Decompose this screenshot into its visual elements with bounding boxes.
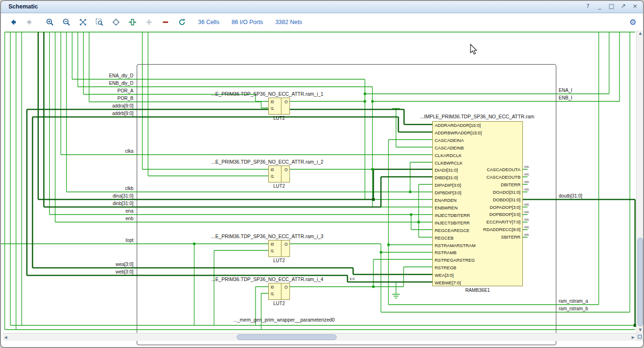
ram-pin[interactable]: RSTREGARSTREG	[435, 257, 520, 264]
port-label[interactable]: POR_A	[76, 88, 133, 94]
ram-title: ...IMPLE_PRIM36.TDP_SP36_NO_ECC_ATTR.ram	[406, 114, 548, 119]
port-label[interactable]: POR_B	[76, 96, 133, 101]
add-button[interactable]	[142, 16, 155, 28]
lut-block[interactable]: I0 I1 O	[268, 283, 290, 300]
cells-count[interactable]: 36 Cells	[198, 19, 219, 25]
ram-pin[interactable]: DBITERR	[435, 181, 520, 189]
float-icon[interactable]: ↗	[620, 2, 627, 9]
vertical-scrollbar[interactable]: ▲ ▼	[636, 30, 644, 333]
ram-pin[interactable]: WEA[3:0]	[435, 272, 520, 279]
refresh-button[interactable]	[175, 16, 188, 28]
horizontal-scroll-thumb[interactable]	[237, 334, 337, 340]
lut-pin-i0[interactable]: I0	[271, 99, 274, 104]
ram-pin[interactable]: CASCADEOUTA	[435, 166, 520, 174]
refresh-icon	[178, 18, 186, 26]
ram-pin[interactable]: CASCADEOUTB	[435, 174, 520, 181]
nets-count[interactable]: 3382 Nets	[275, 19, 302, 25]
lut-pin-i0[interactable]: I0	[271, 167, 274, 172]
ram-pin[interactable]: WEBWE[7:0]	[435, 279, 520, 287]
ram-block[interactable]: ADDRARDADDR[15:0]ADDRBWRADDR[15:0]CASCAD…	[432, 121, 523, 286]
window-title: Schematic	[8, 3, 38, 10]
port-label[interactable]: clkb	[76, 186, 133, 191]
zoom-to-selection-button[interactable]	[93, 16, 106, 28]
ram-pin[interactable]: ADDRARDADDR[15:0]	[435, 122, 520, 129]
schematic-window: Schematic ? _ □ ↗ ×	[0, 0, 644, 348]
ram-pin[interactable]: CLKARDCLK	[435, 152, 520, 159]
port-label[interactable]: ram_rstram_b	[559, 306, 629, 312]
scroll-down-icon[interactable]: ▼	[639, 328, 642, 332]
schematic-toolbar: 36 Cells 86 I/O Ports 3382 Nets ⚙	[1, 14, 643, 30]
ram-pin[interactable]: DOPADOP[3:0]	[435, 204, 520, 211]
scrollbar-corner[interactable]	[636, 333, 644, 341]
scroll-up-icon[interactable]: ▲	[639, 31, 642, 35]
lut-block[interactable]: I0 I1 O	[268, 240, 290, 257]
remove-button[interactable]	[159, 16, 172, 28]
plus-icon	[145, 18, 153, 26]
io-ports-count[interactable]: 86 I/O Ports	[231, 19, 263, 25]
lut-block[interactable]: I0 I1 O	[268, 166, 290, 182]
lut-pin-i1[interactable]: I1	[271, 106, 274, 111]
settings-gear-icon[interactable]: ⚙	[629, 17, 636, 27]
titlebar[interactable]: Schematic ? _ □ ↗ ×	[1, 1, 643, 13]
port-label[interactable]: ENB_dly_D	[76, 81, 133, 86]
ram-pin[interactable]: RSTREGB	[435, 264, 520, 272]
ram-pin[interactable]: SBITERR	[435, 233, 520, 241]
ram-pin[interactable]: CASCADEINA	[435, 137, 520, 144]
port-label[interactable]: web[3:0]	[76, 269, 133, 275]
ram-pin[interactable]: CASCADEINB	[435, 144, 520, 152]
lut-pin-o[interactable]: O	[284, 285, 288, 290]
ram-pin[interactable]: RSTRAMARSTRAM	[435, 242, 520, 249]
ram-caption: RAMB36E1	[432, 288, 523, 293]
port-label[interactable]: ENA_dly_D	[76, 73, 133, 79]
port-label[interactable]: wea[3:0]	[76, 262, 133, 267]
ram-pin[interactable]: DOPBDOP[3:0]	[435, 211, 520, 218]
help-icon[interactable]: ?	[585, 2, 591, 9]
lut-pin-i0[interactable]: I0	[271, 242, 274, 247]
zoom-to-selection-icon	[95, 18, 104, 26]
zoom-fit-button[interactable]	[76, 16, 89, 28]
horizontal-scrollbar[interactable]: ◀ ▶	[3, 333, 636, 341]
lut-pin-i0[interactable]: I0	[271, 285, 274, 290]
ram-pin[interactable]: ECCPARITY[7:0]	[435, 218, 520, 226]
port-label[interactable]: dina[31:0]	[76, 193, 133, 199]
port-label[interactable]: clka	[76, 149, 133, 154]
maximize-icon[interactable]: □	[608, 2, 615, 9]
autofit-selection-button[interactable]	[109, 16, 122, 28]
ram-pin[interactable]: DOADO[31:0]	[435, 189, 520, 196]
forward-button[interactable]	[23, 16, 36, 28]
wrapper-label: ..._mem_gen_prim_wrapper__parameterized0	[199, 317, 369, 323]
zoom-fit-icon	[79, 18, 87, 26]
port-label[interactable]: ena	[76, 208, 133, 214]
port-label[interactable]: addra[9:0]	[76, 103, 133, 109]
lut-pin-i1[interactable]: I1	[271, 291, 274, 296]
zoom-in-button[interactable]	[43, 16, 56, 28]
lut-pin-o[interactable]: O	[284, 242, 288, 247]
port-label[interactable]: ENB_I	[559, 95, 629, 101]
lut-pin-i1[interactable]: I1	[271, 249, 274, 253]
ram-pin[interactable]: ADDRBWRADDR[15:0]	[435, 129, 520, 137]
ram-pin[interactable]: RSTRAMB	[435, 249, 520, 257]
scroll-left-icon[interactable]: ◀	[4, 335, 7, 340]
port-label[interactable]: enb	[76, 216, 133, 222]
lut-pin-o[interactable]: O	[284, 99, 288, 104]
vertical-scroll-thumb[interactable]	[637, 238, 643, 326]
back-button[interactable]	[7, 16, 19, 28]
port-label[interactable]: ENA_I	[559, 88, 629, 93]
lut-pin-i1[interactable]: I1	[271, 174, 274, 179]
scroll-right-icon[interactable]: ▶	[632, 335, 635, 340]
lut-pin-o[interactable]: O	[284, 167, 288, 172]
ram-right-pins: CASCADEOUTACASCADEOUTBDBITERRDOADO[31:0]…	[435, 166, 520, 241]
lut-block[interactable]: I0 I1 O	[268, 98, 290, 115]
port-label[interactable]: dinb[31:0]	[76, 201, 133, 207]
port-label[interactable]: addrb[9:0]	[76, 111, 133, 116]
zoom-out-button[interactable]	[60, 16, 73, 28]
expand-button[interactable]	[126, 16, 139, 28]
port-label[interactable]: doutb[31:0]	[559, 193, 629, 199]
port-label[interactable]: ram_rstram_a	[559, 298, 629, 304]
ram-pin[interactable]: RDADDRECC[8:0]	[435, 226, 520, 233]
ram-pin[interactable]: DOBDO[31:0]	[435, 196, 520, 204]
port-label[interactable]: Iopt	[76, 238, 133, 243]
minimize-icon[interactable]: _	[596, 2, 603, 9]
close-icon[interactable]: ×	[632, 2, 638, 9]
crosshair-icon	[112, 18, 120, 26]
